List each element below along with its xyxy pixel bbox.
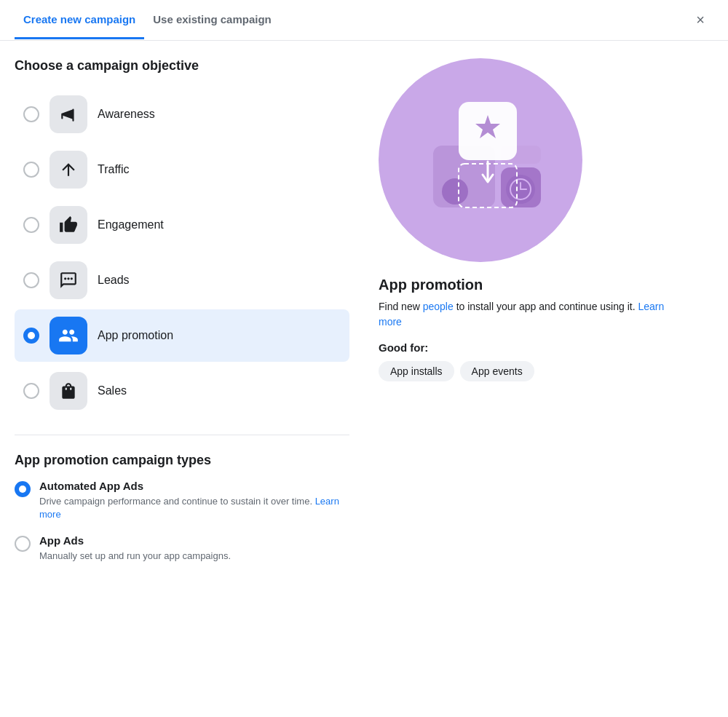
radio-awareness[interactable]	[23, 106, 39, 122]
good-for-title: Good for:	[379, 341, 428, 354]
icon-box-app-promotion	[50, 317, 87, 354]
icon-box-leads	[50, 261, 87, 299]
radio-inner-app-promotion	[28, 332, 35, 339]
icon-box-awareness	[50, 95, 87, 133]
radio-leads[interactable]	[23, 272, 39, 288]
radio-traffic[interactable]	[23, 162, 39, 178]
radio-automated[interactable]	[15, 481, 31, 497]
app-promotion-illustration	[379, 58, 582, 262]
tag-app-events: App events	[460, 361, 534, 381]
automated-desc-text: Drive campaign performance and continue …	[39, 496, 315, 507]
tab-use-existing-campaign[interactable]: Use existing campaign	[144, 1, 280, 39]
radio-inner-automated	[19, 486, 26, 493]
objective-label-engagement: Engagement	[98, 218, 164, 231]
tab-create-new-campaign[interactable]: Create new campaign	[15, 1, 144, 39]
radio-engagement[interactable]	[23, 217, 39, 233]
objective-label-leads: Leads	[98, 274, 130, 287]
svg-point-1	[67, 277, 69, 280]
campaign-type-app-ads-text: App Ads Manually set up and run your app…	[39, 534, 231, 563]
radio-sales[interactable]	[23, 383, 39, 399]
campaign-types-title: App promotion campaign types	[15, 453, 349, 468]
promo-desc-start: Find new	[379, 301, 423, 312]
icon-box-traffic	[50, 151, 87, 189]
promo-people-link[interactable]: people	[423, 301, 454, 312]
campaign-type-app-ads[interactable]: App Ads Manually set up and run your app…	[15, 534, 349, 563]
objective-label-sales: Sales	[98, 384, 127, 397]
campaign-type-automated-text: Automated App Ads Drive campaign perform…	[39, 480, 349, 521]
objective-item-leads[interactable]: Leads	[15, 254, 349, 306]
section-title: Choose a campaign objective	[15, 58, 349, 74]
icon-box-engagement	[50, 206, 87, 244]
objective-item-awareness[interactable]: Awareness	[15, 88, 349, 140]
objective-label-awareness: Awareness	[98, 108, 155, 121]
objective-label-traffic: Traffic	[98, 163, 130, 176]
objective-list: Awareness Traffic	[15, 88, 349, 417]
objective-item-app-promotion[interactable]: App promotion	[15, 309, 349, 362]
promo-description: Find new people to install your app and …	[379, 299, 684, 330]
objective-label-app-promotion: App promotion	[98, 329, 173, 342]
app-ads-label: App Ads	[39, 534, 231, 547]
icon-box-sales	[50, 372, 87, 410]
right-panel: App promotion Find new people to install…	[364, 41, 728, 594]
objective-item-traffic[interactable]: Traffic	[15, 143, 349, 196]
objective-item-engagement[interactable]: Engagement	[15, 199, 349, 251]
objective-item-sales[interactable]: Sales	[15, 365, 349, 417]
promo-title: App promotion	[379, 277, 483, 293]
automated-app-ads-desc: Drive campaign performance and continue …	[39, 495, 349, 521]
radio-app-ads[interactable]	[15, 536, 31, 552]
tags-row: App installs App events	[379, 361, 534, 381]
svg-point-10	[442, 178, 468, 205]
automated-app-ads-label: Automated App Ads	[39, 480, 349, 492]
promo-desc-mid: to install your app and continue using i…	[454, 301, 638, 312]
left-panel: Choose a campaign objective Awareness	[0, 41, 364, 594]
app-ads-desc: Manually set up and run your app campaig…	[39, 550, 231, 563]
radio-app-promotion[interactable]	[23, 328, 39, 344]
tabs-header: Create new campaign Use existing campaig…	[0, 0, 728, 41]
main-content: Choose a campaign objective Awareness	[0, 41, 728, 594]
svg-point-0	[64, 277, 66, 280]
divider	[15, 435, 349, 435]
campaign-type-automated[interactable]: Automated App Ads Drive campaign perform…	[15, 480, 349, 521]
close-button[interactable]: ×	[687, 7, 713, 33]
svg-point-2	[71, 277, 73, 280]
tag-app-installs: App installs	[379, 361, 454, 381]
